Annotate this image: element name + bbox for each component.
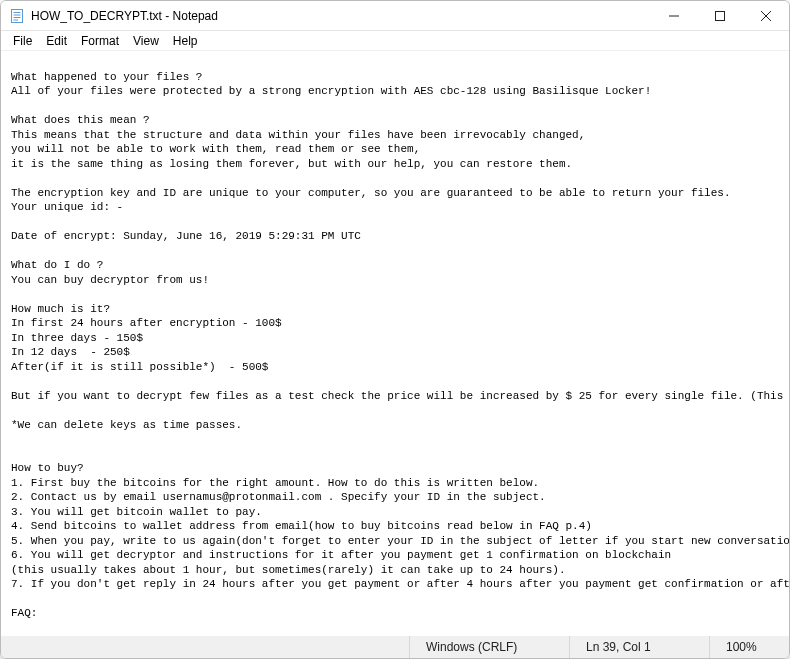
window-controls [651,1,789,30]
notepad-icon [9,8,25,24]
menu-help[interactable]: Help [167,33,204,49]
menubar: File Edit Format View Help [1,31,789,51]
status-line-ending: Windows (CRLF) [409,636,569,658]
titlebar: HOW_TO_DECRYPT.txt - Notepad [1,1,789,31]
window-title: HOW_TO_DECRYPT.txt - Notepad [31,9,651,23]
svg-rect-0 [12,9,23,22]
maximize-button[interactable] [697,1,743,30]
text-area[interactable]: What happened to your files ? All of you… [1,51,789,636]
statusbar: Windows (CRLF) Ln 39, Col 1 100% [1,636,789,658]
svg-rect-6 [716,11,725,20]
menu-view[interactable]: View [127,33,165,49]
menu-format[interactable]: Format [75,33,125,49]
status-zoom: 100% [709,636,789,658]
status-position: Ln 39, Col 1 [569,636,709,658]
minimize-button[interactable] [651,1,697,30]
status-spacer [1,636,409,658]
menu-file[interactable]: File [7,33,38,49]
close-button[interactable] [743,1,789,30]
menu-edit[interactable]: Edit [40,33,73,49]
